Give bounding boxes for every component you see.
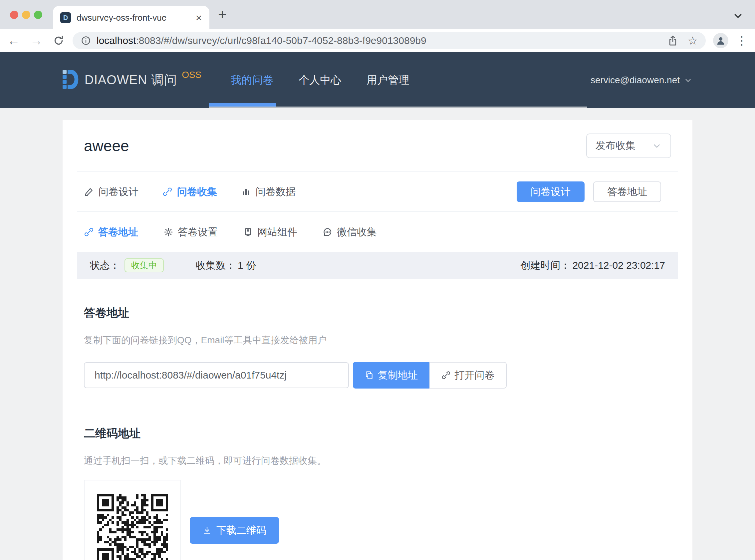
share-icon[interactable] bbox=[667, 35, 678, 46]
nav-item-my-surveys[interactable]: 我的问卷 bbox=[220, 52, 284, 108]
forward-button[interactable]: → bbox=[30, 34, 43, 47]
open-button-label: 打开问卷 bbox=[455, 368, 495, 382]
brand-name: DIAOWEN 调问 bbox=[85, 72, 177, 88]
count-label: 收集数： bbox=[196, 259, 236, 272]
qr-desc: 通过手机扫一扫，或下载二维码，即可进行问卷数据收集。 bbox=[84, 455, 671, 467]
site-info-icon[interactable] bbox=[81, 35, 91, 46]
tab-label: 问卷收集 bbox=[177, 185, 217, 199]
qr-code-image bbox=[97, 494, 168, 560]
subtab-label: 答卷设置 bbox=[178, 225, 218, 239]
menu-underline-track bbox=[209, 106, 587, 108]
answer-url-section: 答卷地址 复制下面的问卷链接到QQ，Email等工具中直接发给被用户 http:… bbox=[77, 305, 678, 388]
browser-tab-strip: D dwsurvey-oss-front-vue × + bbox=[0, 0, 755, 29]
copy-button-label: 复制地址 bbox=[378, 368, 418, 382]
reload-button[interactable] bbox=[53, 35, 65, 47]
diaowen-logo-icon bbox=[63, 70, 79, 91]
qr-section: 二维码地址 通过手机扫一扫，或下载二维码，即可进行问卷数据收集。 下载二维码 bbox=[77, 426, 678, 560]
subtab-answer-url[interactable]: 答卷地址 bbox=[84, 225, 138, 239]
collect-subtabs: 答卷地址 答卷设置 网站组件 微信收集 bbox=[77, 212, 678, 252]
chat-bubble-icon bbox=[323, 227, 332, 237]
subtab-site-widget[interactable]: 网站组件 bbox=[243, 225, 297, 239]
chevron-down-icon bbox=[684, 76, 692, 84]
answer-url-button[interactable]: 答卷地址 bbox=[593, 181, 661, 202]
address-bar[interactable]: localhost:8083/#/dw/survey/c/url/c98fa14… bbox=[73, 32, 706, 49]
window-close-button[interactable] bbox=[10, 11, 18, 19]
created-label: 创建时间： bbox=[520, 259, 570, 272]
nav-item-user-management[interactable]: 用户管理 bbox=[355, 52, 420, 108]
survey-design-button[interactable]: 问卷设计 bbox=[517, 181, 585, 202]
app-logo[interactable]: DIAOWEN 调问 OSS bbox=[63, 70, 201, 91]
tab-survey-design[interactable]: 问卷设计 bbox=[84, 185, 139, 199]
menu-active-indicator bbox=[209, 103, 276, 106]
survey-header: aweee 发布收集 bbox=[77, 120, 678, 172]
survey-card: aweee 发布收集 问卷设计 问卷收集 bbox=[63, 120, 692, 560]
main-menu: 我的问卷 个人中心 用户管理 bbox=[218, 52, 422, 108]
account-dropdown[interactable]: service@diaowen.net bbox=[591, 75, 692, 85]
profile-avatar[interactable] bbox=[713, 33, 728, 48]
open-survey-button[interactable]: 打开问卷 bbox=[429, 362, 507, 388]
qr-code-box bbox=[84, 480, 181, 560]
chevron-down-icon bbox=[652, 141, 662, 151]
answer-url-heading: 答卷地址 bbox=[84, 305, 671, 321]
browser-menu-icon[interactable]: ⋮ bbox=[736, 34, 748, 47]
publish-dropdown-label: 发布收集 bbox=[595, 139, 635, 153]
survey-title: aweee bbox=[84, 137, 129, 155]
pencil-icon bbox=[84, 187, 94, 197]
subtab-label: 微信收集 bbox=[337, 225, 377, 239]
subtab-label: 网站组件 bbox=[257, 225, 297, 239]
subtab-answer-settings[interactable]: 答卷设置 bbox=[163, 225, 218, 239]
answer-url-desc: 复制下面的问卷链接到QQ，Email等工具中直接发给被用户 bbox=[84, 334, 671, 346]
survey-tabs: 问卷设计 问卷收集 问卷数据 问卷设计 答卷地址 bbox=[77, 172, 678, 212]
copy-url-button[interactable]: 复制地址 bbox=[353, 362, 429, 388]
browser-toolbar: ← → localhost:8083/#/dw/survey/c/url/c98… bbox=[0, 29, 755, 52]
favicon: D bbox=[60, 12, 71, 23]
link-icon bbox=[84, 227, 94, 237]
status-bar: 状态： 收集中 收集数： 1 份 创建时间： 2021-12-02 23:02:… bbox=[77, 252, 678, 279]
download-qr-button[interactable]: 下载二维码 bbox=[190, 517, 279, 544]
status-badge: 收集中 bbox=[124, 258, 164, 272]
tag-icon bbox=[243, 227, 253, 237]
tab-survey-collect[interactable]: 问卷收集 bbox=[162, 185, 217, 199]
tab-survey-data[interactable]: 问卷数据 bbox=[241, 185, 295, 199]
window-minimize-button[interactable] bbox=[22, 11, 30, 19]
created-value: 2021-12-02 23:02:17 bbox=[572, 260, 665, 271]
download-icon bbox=[202, 526, 212, 535]
bar-chart-icon bbox=[241, 187, 251, 197]
back-button[interactable]: ← bbox=[7, 34, 20, 47]
link-icon bbox=[162, 187, 172, 197]
url-path: :8083/#/dw/survey/c/url/c98fa140-50b7-40… bbox=[136, 35, 426, 46]
download-button-label: 下载二维码 bbox=[217, 524, 266, 537]
tab-title: dwsurvey-oss-front-vue bbox=[77, 13, 196, 23]
page-background: aweee 发布收集 问卷设计 问卷收集 bbox=[0, 108, 755, 560]
window-zoom-button[interactable] bbox=[34, 11, 42, 19]
survey-url-input[interactable]: http://localhost:8083/#/diaowen/a01f75u4… bbox=[84, 362, 349, 388]
survey-url-value: http://localhost:8083/#/diaowen/a01f75u4… bbox=[95, 369, 287, 381]
url-text: localhost:8083/#/dw/survey/c/url/c98fa14… bbox=[97, 35, 426, 46]
new-tab-button[interactable]: + bbox=[218, 7, 227, 22]
publish-collect-dropdown[interactable]: 发布收集 bbox=[586, 134, 671, 158]
browser-tab[interactable]: D dwsurvey-oss-front-vue × bbox=[53, 6, 209, 29]
bookmark-star-icon[interactable]: ☆ bbox=[688, 35, 698, 46]
count-value: 1 份 bbox=[238, 259, 256, 272]
brand-badge: OSS bbox=[182, 69, 201, 80]
window-controls bbox=[10, 11, 42, 19]
status-label: 状态： bbox=[90, 259, 120, 272]
copy-icon bbox=[365, 371, 374, 380]
nav-item-profile[interactable]: 个人中心 bbox=[288, 52, 352, 108]
tab-search-chevron-icon[interactable] bbox=[732, 10, 744, 21]
url-host: localhost bbox=[97, 35, 136, 46]
tab-label: 问卷数据 bbox=[256, 185, 295, 199]
link-icon bbox=[442, 371, 451, 380]
gear-icon bbox=[163, 227, 174, 237]
subtab-label: 答卷地址 bbox=[98, 225, 138, 239]
tab-close-icon[interactable]: × bbox=[196, 12, 202, 23]
qr-heading: 二维码地址 bbox=[84, 426, 671, 441]
app-navbar: DIAOWEN 调问 OSS 我的问卷 个人中心 用户管理 service@di… bbox=[0, 52, 755, 108]
tab-label: 问卷设计 bbox=[99, 185, 139, 199]
account-email: service@diaowen.net bbox=[591, 75, 680, 85]
subtab-wechat-collect[interactable]: 微信收集 bbox=[323, 225, 377, 239]
